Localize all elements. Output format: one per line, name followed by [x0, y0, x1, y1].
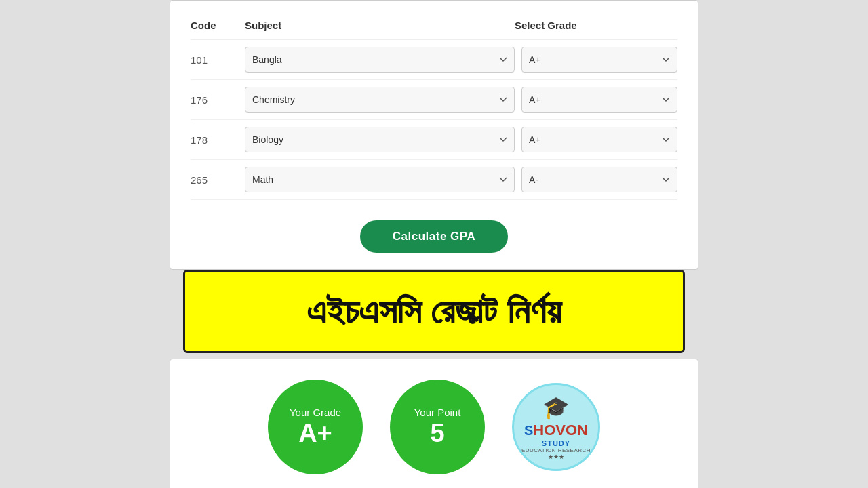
graduation-cap-icon: 🎓 — [542, 394, 570, 420]
grade-select-176[interactable]: A+ A A- B C D F — [521, 87, 677, 113]
point-circle-label: Your Point — [414, 407, 461, 418]
subject-header: Subject — [245, 20, 515, 31]
subject-select-101[interactable]: Bangla English ICT Physics Chemistry Bio… — [245, 47, 515, 73]
main-card: Code Subject Select Grade 101 Bangla Eng… — [170, 0, 698, 270]
banner-text: এইচএসসি রেজাল্ট নির্ণয় — [199, 292, 669, 331]
grade-select-178[interactable]: A+ A A- B C D F — [521, 127, 677, 152]
header-row: Code Subject Select Grade — [191, 14, 677, 40]
grade-select-265[interactable]: A+ A A- B C D F — [521, 167, 677, 192]
logo-stars: ★★★ — [548, 453, 564, 460]
code-header: Code — [191, 20, 245, 31]
page-wrapper: Code Subject Select Grade 101 Bangla Eng… — [0, 0, 868, 488]
table-section: Code Subject Select Grade 101 Bangla Eng… — [170, 1, 698, 207]
grade-header: Select Grade — [515, 20, 677, 31]
banner-box: এইচএসসি রেজাল্ট নির্ণয় — [183, 270, 685, 353]
point-circle-value: 5 — [430, 420, 444, 448]
grade-circle-value: A+ — [298, 420, 332, 448]
table-row: 176 Bangla English ICT Physics Chemistry… — [191, 80, 677, 120]
code-cell: 176 — [191, 94, 245, 106]
banner-section: এইচএসসি রেজাল্ট নির্ণয় — [170, 270, 698, 353]
code-cell: 178 — [191, 134, 245, 146]
subject-select-265[interactable]: Bangla English ICT Physics Chemistry Bio… — [245, 167, 515, 192]
subject-select-176[interactable]: Bangla English ICT Physics Chemistry Bio… — [245, 87, 515, 113]
result-card: Your Grade A+ Your Point 5 🎓 SHOVON STUD… — [170, 359, 698, 488]
logo-edu-text: EDUCATION RESEARCH — [521, 447, 591, 453]
calculate-section: Calculate GPA — [170, 207, 698, 269]
shovon-study-logo: 🎓 SHOVON STUDY EDUCATION RESEARCH ★★★ — [512, 383, 600, 471]
your-grade-circle: Your Grade A+ — [268, 380, 363, 474]
code-cell: 101 — [191, 54, 245, 66]
table-row: 101 Bangla English ICT Physics Chemistry… — [191, 40, 677, 80]
logo-study-label: STUDY — [542, 439, 570, 447]
subject-select-178[interactable]: Bangla English ICT Physics Chemistry Bio… — [245, 127, 515, 152]
table-row: 265 Bangla English ICT Physics Chemistry… — [191, 160, 677, 200]
table-row: 178 Bangla English ICT Physics Chemistry… — [191, 120, 677, 160]
code-cell: 265 — [191, 174, 245, 186]
grade-circle-label: Your Grade — [290, 407, 341, 418]
logo-s-letter: SHOVON — [524, 422, 588, 439]
calculate-gpa-button[interactable]: Calculate GPA — [360, 220, 508, 253]
grade-select-101[interactable]: A+ A A- B C D F — [521, 47, 677, 73]
your-point-circle: Your Point 5 — [390, 380, 485, 474]
